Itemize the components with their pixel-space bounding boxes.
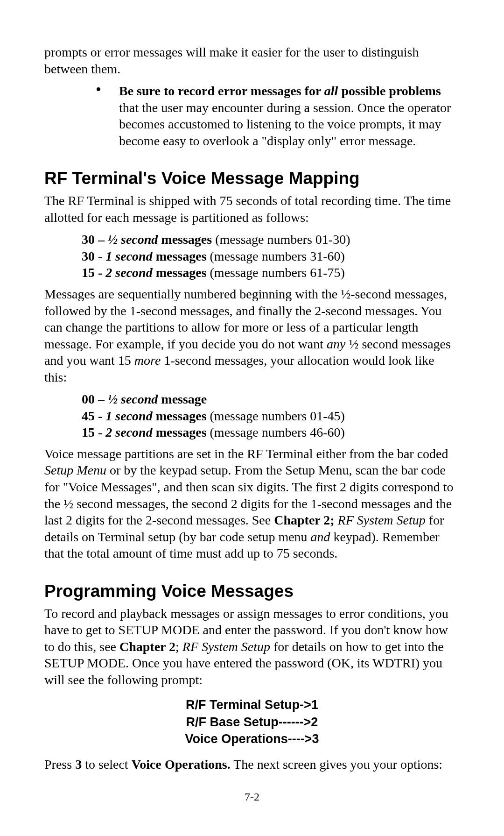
text: to select — [82, 757, 132, 772]
bullet-lead-bold: Be sure to record error messages for — [119, 84, 324, 98]
row-msg: messages — [153, 265, 210, 280]
bullet-item: Be sure to record error messages for all… — [96, 83, 460, 149]
row-count: 15 - — [82, 265, 105, 280]
bullet-lead-bold2: possible problems — [338, 84, 441, 98]
prog-press-3: Press 3 to select Voice Operations. The … — [44, 756, 460, 773]
text-ital: any — [327, 337, 345, 351]
row-msg: messages — [153, 249, 210, 263]
row-range: (message numbers 31-60) — [210, 249, 345, 263]
text: Press — [44, 757, 75, 772]
row-msg: messages — [153, 425, 210, 439]
row-dur: 2 second — [105, 425, 152, 439]
text-bold: Chapter 2 — [119, 639, 175, 654]
page-content: prompts or error messages will make it e… — [44, 44, 460, 772]
mapping-list-2: 00 – ½ second message 45 - 1 second mess… — [82, 391, 460, 441]
menu-line-2: R/F Base Setup------>2 — [44, 714, 460, 730]
bullet-list: Be sure to record error messages for all… — [96, 83, 460, 149]
text-ital: RF System Setup — [182, 639, 270, 654]
list-row: 00 – ½ second message — [82, 391, 460, 408]
text-ital: and — [311, 530, 330, 544]
row-dur: 1 second — [105, 249, 152, 263]
mapping-list-1: 30 – ½ second messages (message numbers … — [82, 231, 460, 281]
text: The next screen gives you your options: — [231, 757, 442, 772]
row-dur: 1 second — [105, 409, 152, 423]
heading-programming: Programming Voice Messages — [44, 581, 460, 602]
row-count: 00 – — [82, 392, 108, 406]
intro-continuation: prompts or error messages will make it e… — [44, 44, 460, 77]
setup-menu-prompt: R/F Terminal Setup->1 R/F Base Setup----… — [44, 696, 460, 747]
row-dur: 2 second — [105, 265, 152, 280]
text-ital: more — [134, 353, 161, 368]
row-msg: message — [158, 392, 207, 406]
page-number: 7-2 — [0, 791, 504, 803]
row-msg: messages — [158, 232, 215, 247]
bullet-rest: that the user may encounter during a ses… — [119, 100, 451, 148]
row-range: (message numbers 46-60) — [210, 425, 345, 439]
text-bold: Chapter 2; — [274, 513, 337, 527]
text: ; — [175, 639, 182, 654]
list-row: 30 – ½ second messages (message numbers … — [82, 231, 460, 248]
row-dur: ½ second — [108, 232, 158, 247]
list-row: 15 - 2 second messages (message numbers … — [82, 264, 460, 281]
text-bold: Voice Operations. — [132, 757, 231, 772]
mapping-partitions: Voice message partitions are set in the … — [44, 446, 460, 562]
row-range: (message numbers 61-75) — [210, 265, 345, 280]
menu-line-3: Voice Operations---->3 — [44, 730, 460, 747]
text-ital: Setup Menu — [44, 463, 106, 477]
menu-line-1: R/F Terminal Setup->1 — [44, 696, 460, 713]
document-page: prompts or error messages will make it e… — [0, 0, 504, 836]
bullet-lead-ital: all — [324, 84, 338, 98]
heading-mapping: RF Terminal's Voice Message Mapping — [44, 168, 460, 190]
list-row: 45 - 1 second messages (message numbers … — [82, 408, 460, 425]
mapping-explain: Messages are sequentially numbered begin… — [44, 286, 460, 385]
text-ital: RF System Setup — [338, 513, 426, 527]
row-count: 15 - — [82, 425, 105, 439]
mapping-intro: The RF Terminal is shipped with 75 secon… — [44, 192, 460, 226]
row-count: 30 – — [82, 232, 108, 247]
prog-intro: To record and playback messages or assig… — [44, 605, 460, 688]
row-msg: messages — [153, 409, 210, 423]
row-range: (message numbers 01-45) — [210, 409, 345, 423]
list-row: 15 - 2 second messages (message numbers … — [82, 424, 460, 441]
row-count: 45 - — [82, 409, 105, 423]
text: Voice message partitions are set in the … — [44, 446, 448, 461]
row-range: (message numbers 01-30) — [215, 232, 350, 247]
row-dur: ½ second — [108, 392, 158, 406]
text-bold: 3 — [75, 757, 82, 772]
row-count: 30 - — [82, 249, 105, 263]
list-row: 30 - 1 second messages (message numbers … — [82, 248, 460, 265]
